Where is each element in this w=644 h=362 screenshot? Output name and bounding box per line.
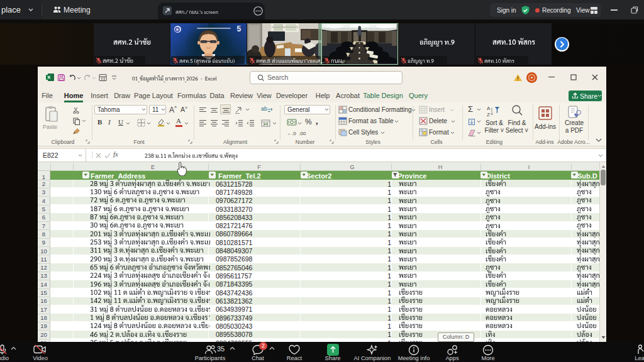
svg-text:.00: .00 bbox=[299, 131, 306, 136]
svg-text:A: A bbox=[487, 106, 491, 111]
svg-text:←.0: ←.0 bbox=[287, 131, 296, 136]
svg-text:Z: Z bbox=[487, 112, 490, 118]
